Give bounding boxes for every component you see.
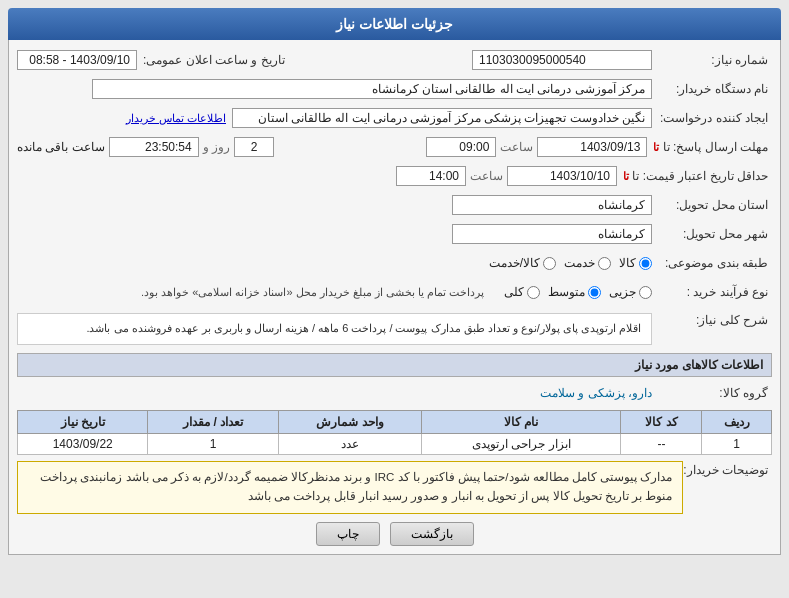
cell-date: 1403/09/22 <box>18 433 148 454</box>
category-goods-radio[interactable] <box>639 257 652 270</box>
purchase-note: پرداخت تمام یا بخشی از مبلغ خریدار محل «… <box>141 286 484 299</box>
cell-quantity: 1 <box>148 433 278 454</box>
cell-unit: عدد <box>278 433 421 454</box>
city-label: شهر محل تحویل: <box>652 227 772 241</box>
category-both-radio[interactable] <box>543 257 556 270</box>
col-row: ردیف <box>702 410 772 433</box>
response-remaining-input[interactable] <box>109 137 199 157</box>
purchase-medium[interactable]: متوسط <box>548 285 601 299</box>
row-province: استان محل تحویل: <box>17 193 772 217</box>
buyer-notes-content: مدارک پیوستی کامل مطالعه شود/حتما پیش فا… <box>17 461 683 514</box>
contact-info-link[interactable]: اطلاعات تماس خریدار <box>126 112 226 125</box>
goods-group-value: دارو، پزشکی و سلامت <box>540 386 652 400</box>
button-row: بازگشت چاپ <box>17 522 772 546</box>
buyer-notes-section: توضیحات خریدار: مدارک پیوستی کامل مطالعه… <box>17 461 772 514</box>
city-input[interactable] <box>452 224 652 244</box>
cell-code: -- <box>621 433 702 454</box>
page-title: جزئیات اطلاعات نیاز <box>336 16 453 32</box>
table-row: 1--ابزار جراحی ارتوپدیعدد11403/09/22 <box>18 433 772 454</box>
print-button[interactable]: چاپ <box>316 522 380 546</box>
creator-input[interactable] <box>232 108 652 128</box>
summary-label: شرح کلی نیاز: <box>652 309 772 327</box>
purchase-partial[interactable]: جزیی <box>609 285 652 299</box>
goods-info-title: اطلاعات کالاهای مورد نیاز <box>635 358 763 372</box>
request-number-label: شماره نیاز: <box>652 53 772 67</box>
back-button[interactable]: بازگشت <box>390 522 474 546</box>
row-city: شهر محل تحویل: <box>17 222 772 246</box>
response-time-input[interactable] <box>426 137 496 157</box>
creator-label: ایجاد کننده درخواست: <box>652 111 772 125</box>
row-request-number: شماره نیاز: تاریخ و ساعت اعلان عمومی: <box>17 48 772 72</box>
purchase-full-radio[interactable] <box>527 286 540 299</box>
purchase-full[interactable]: کلی <box>504 285 540 299</box>
response-days-input[interactable] <box>234 137 274 157</box>
row-category: طبقه بندی موضوعی: کالا خدمت کالا/خدمت <box>17 251 772 275</box>
request-number-input[interactable] <box>472 50 652 70</box>
remaining-label: ساعت باقی مانده <box>17 140 105 154</box>
category-goods[interactable]: کالا <box>619 256 652 270</box>
category-service-radio[interactable] <box>598 257 611 270</box>
price-date-input[interactable] <box>507 166 617 186</box>
category-radio-group: کالا خدمت کالا/خدمت <box>489 256 652 270</box>
row-buyer: نام دستگاه خریدار: <box>17 77 772 101</box>
table-header-row: ردیف کد کالا نام کالا واحد شمارش تعداد /… <box>18 410 772 433</box>
purchase-type-label: نوع فرآیند خرید : <box>652 285 772 299</box>
category-label: طبقه بندی موضوعی: <box>652 256 772 270</box>
goods-group-label: گروه کالا: <box>652 386 772 400</box>
main-content: شماره نیاز: تاریخ و ساعت اعلان عمومی: نا… <box>8 40 781 555</box>
category-service[interactable]: خدمت <box>564 256 611 270</box>
goods-section-header: اطلاعات کالاهای مورد نیاز <box>17 353 772 377</box>
cell-row: 1 <box>702 433 772 454</box>
summary-section: شرح کلی نیاز: اقلام ارتوپدی پای پولار/نو… <box>17 309 772 349</box>
row-response-deadline: مهلت ارسال پاسخ: تا تا ساعت روز و ساعت ب… <box>17 135 772 159</box>
page-header: جزئیات اطلاعات نیاز <box>8 8 781 40</box>
province-label: استان محل تحویل: <box>652 198 772 212</box>
col-unit: واحد شمارش <box>278 410 421 433</box>
row-creator: ایجاد کننده درخواست: اطلاعات تماس خریدار <box>17 106 772 130</box>
datetime-input[interactable] <box>17 50 137 70</box>
summary-text: اقلام ارتوپدی پای پولار/نوع و تعداد طبق … <box>17 313 652 345</box>
price-deadline-label: حداقل تاریخ اعتبار قیمت: تا تا <box>617 169 772 183</box>
buyer-label: نام دستگاه خریدار: <box>652 82 772 96</box>
col-name: نام کالا <box>422 410 621 433</box>
days-unit-label: روز و <box>203 140 230 154</box>
row-price-deadline: حداقل تاریخ اعتبار قیمت: تا تا ساعت <box>17 164 772 188</box>
price-time-input[interactable] <box>396 166 466 186</box>
purchase-radio-group: جزیی متوسط کلی <box>504 285 652 299</box>
col-quantity: تعداد / مقدار <box>148 410 278 433</box>
category-both[interactable]: کالا/خدمت <box>489 256 556 270</box>
response-date-input[interactable] <box>537 137 647 157</box>
purchase-medium-radio[interactable] <box>588 286 601 299</box>
buyer-notes-label: توضیحات خریدار: <box>683 461 772 477</box>
col-date: تاریخ نیاز <box>18 410 148 433</box>
datetime-label: تاریخ و ساعت اعلان عمومی: <box>137 53 289 67</box>
row-goods-group: گروه کالا: دارو، پزشکی و سلامت <box>17 381 772 405</box>
row-purchase-type: نوع فرآیند خرید : جزیی متوسط کلی پرداخت … <box>17 280 772 304</box>
purchase-partial-radio[interactable] <box>639 286 652 299</box>
buyer-input[interactable] <box>92 79 652 99</box>
col-code: کد کالا <box>621 410 702 433</box>
province-input[interactable] <box>452 195 652 215</box>
cell-name: ابزار جراحی ارتوپدی <box>422 433 621 454</box>
goods-table: ردیف کد کالا نام کالا واحد شمارش تعداد /… <box>17 410 772 455</box>
response-deadline-label: مهلت ارسال پاسخ: تا تا <box>647 140 772 154</box>
